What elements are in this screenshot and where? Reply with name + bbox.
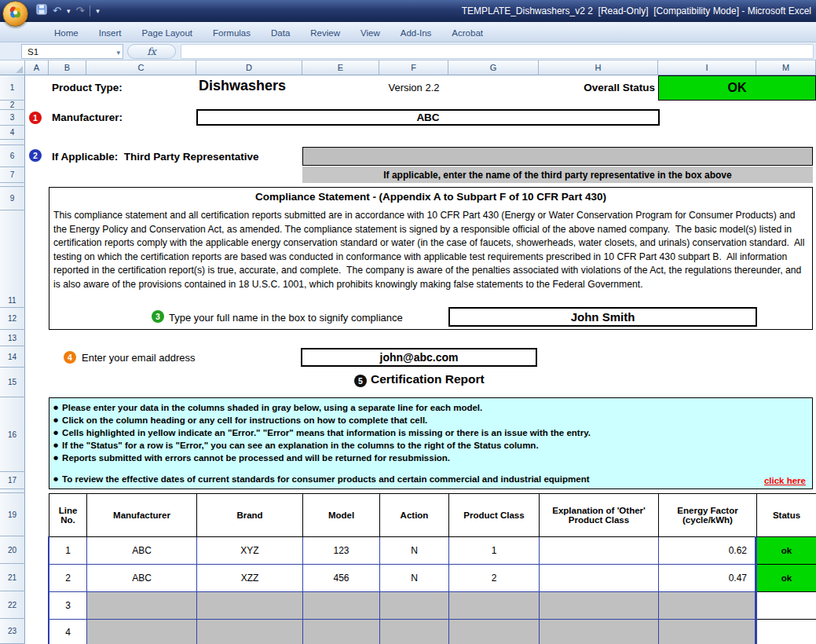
manufacturer-input[interactable]: ABC xyxy=(196,109,660,126)
model-cell[interactable] xyxy=(303,592,380,620)
ribbon-tab-insert[interactable]: Insert xyxy=(89,25,132,42)
column-header-H[interactable]: H xyxy=(539,60,658,75)
row-header-11[interactable]: 11 xyxy=(0,210,25,308)
row-header-hidden[interactable] xyxy=(0,140,25,145)
signature-input[interactable]: John Smith xyxy=(448,307,757,327)
status-cell[interactable] xyxy=(757,620,816,644)
column-header-F[interactable]: F xyxy=(379,60,448,75)
row-header-20[interactable]: 20 xyxy=(0,536,25,564)
table-header-energy-factor-cycle-kwh-[interactable]: Energy Factor (cycle/kWh) xyxy=(659,494,757,537)
row-header-12[interactable]: 12 xyxy=(0,308,25,330)
third-party-input[interactable] xyxy=(302,147,813,166)
row-header-2[interactable]: 2 xyxy=(0,101,25,110)
product-class-cell[interactable] xyxy=(449,620,540,644)
action-cell[interactable]: N xyxy=(380,565,449,592)
table-header-manufacturer[interactable]: Manufacturer xyxy=(87,494,197,537)
table-header-line-no-[interactable]: Line No. xyxy=(49,494,87,537)
column-header-C[interactable]: C xyxy=(86,60,196,75)
row-header-15[interactable]: 15 xyxy=(0,368,25,397)
manufacturer-cell[interactable]: ABC xyxy=(87,565,197,592)
explanation-cell[interactable] xyxy=(540,620,659,644)
ribbon-tab-add-ins[interactable]: Add-Ins xyxy=(390,25,442,42)
row-header-16[interactable]: 16 xyxy=(0,397,25,472)
row-header-23[interactable]: 23 xyxy=(0,619,25,644)
product-class-cell[interactable] xyxy=(449,592,540,620)
brand-cell[interactable] xyxy=(197,592,303,620)
action-cell[interactable] xyxy=(380,620,449,644)
explanation-cell[interactable] xyxy=(540,537,659,565)
save-icon[interactable] xyxy=(36,4,47,19)
ribbon-tab-review[interactable]: Review xyxy=(300,25,350,42)
column-header-D[interactable]: D xyxy=(196,60,302,75)
row-header-3[interactable]: 3 xyxy=(0,110,25,126)
row-header-13[interactable]: 13 xyxy=(0,330,25,346)
manufacturer-cell[interactable]: ABC xyxy=(87,537,197,565)
line-cell[interactable]: 3 xyxy=(49,592,87,620)
row-header-21[interactable]: 21 xyxy=(0,564,25,591)
email-input[interactable]: john@abc.com xyxy=(301,348,537,367)
overall-status-cell[interactable]: OK xyxy=(658,75,816,101)
brand-cell[interactable] xyxy=(197,620,303,644)
row-header-7[interactable]: 7 xyxy=(0,167,25,183)
status-cell[interactable]: ok xyxy=(757,565,816,592)
energy-factor-cell[interactable]: 0.62 xyxy=(659,537,757,565)
table-header-action[interactable]: Action xyxy=(380,494,449,537)
ribbon-tab-formulas[interactable]: Formulas xyxy=(203,25,261,42)
line-cell[interactable]: 4 xyxy=(49,620,87,644)
model-cell[interactable] xyxy=(303,620,380,644)
energy-factor-cell[interactable] xyxy=(659,592,757,620)
row-header-1[interactable]: 1 xyxy=(0,75,25,101)
row-header-19[interactable]: 19 xyxy=(0,493,25,536)
manufacturer-cell[interactable] xyxy=(87,592,197,620)
redo-icon[interactable]: ↷ xyxy=(75,4,84,18)
explanation-cell[interactable] xyxy=(540,565,659,592)
table-header-brand[interactable]: Brand xyxy=(197,494,303,537)
line-cell[interactable]: 1 xyxy=(49,537,87,565)
column-header-E[interactable]: E xyxy=(302,60,379,75)
row-header-6[interactable]: 6 xyxy=(0,145,25,167)
column-header-M[interactable]: M xyxy=(756,60,816,75)
row-header-4[interactable]: 4 xyxy=(0,126,25,140)
table-header-product-class[interactable]: Product Class xyxy=(449,494,540,537)
brand-cell[interactable]: XZZ xyxy=(197,565,303,592)
ribbon-tab-page-layout[interactable]: Page Layout xyxy=(131,25,203,42)
name-box[interactable]: S1 ▾ xyxy=(21,44,123,59)
model-cell[interactable]: 123 xyxy=(303,537,380,565)
column-header-I[interactable]: I xyxy=(658,60,756,75)
ribbon-tab-acrobat[interactable]: Acrobat xyxy=(441,25,493,42)
worksheet[interactable]: Product Type: Dishwashers Version 2.2 Ov… xyxy=(25,75,816,644)
qat-customize-icon[interactable]: ▾ xyxy=(96,4,100,18)
click-here-link[interactable]: click here xyxy=(764,476,806,485)
undo-dropdown-icon[interactable]: ▾ xyxy=(67,4,71,18)
model-cell[interactable]: 456 xyxy=(303,565,380,592)
table-header-explanation-of-other-product-class[interactable]: Explanation of 'Other' Product Class xyxy=(540,494,659,537)
action-cell[interactable]: N xyxy=(380,537,449,565)
energy-factor-cell[interactable] xyxy=(659,620,757,644)
column-header-A[interactable]: A xyxy=(25,60,49,75)
ribbon-tab-home[interactable]: Home xyxy=(44,25,89,42)
table-header-status[interactable]: Status xyxy=(757,494,816,537)
manufacturer-cell[interactable] xyxy=(87,620,197,644)
explanation-cell[interactable] xyxy=(540,592,659,620)
line-cell[interactable]: 2 xyxy=(49,565,87,592)
insert-function-button[interactable]: fx xyxy=(127,44,176,59)
brand-cell[interactable]: XYZ xyxy=(197,537,303,565)
office-button[interactable] xyxy=(2,1,28,27)
energy-factor-cell[interactable]: 0.47 xyxy=(659,565,757,592)
row-header-14[interactable]: 14 xyxy=(0,346,25,368)
product-class-cell[interactable]: 2 xyxy=(449,565,540,592)
ribbon-tab-view[interactable]: View xyxy=(350,25,390,42)
status-cell[interactable]: ok xyxy=(757,537,816,565)
name-box-dropdown-icon[interactable]: ▾ xyxy=(116,49,120,57)
formula-input[interactable] xyxy=(181,44,814,59)
row-header-17[interactable]: 17 xyxy=(0,472,25,489)
product-class-cell[interactable]: 1 xyxy=(449,537,540,565)
column-header-B[interactable]: B xyxy=(49,60,86,75)
column-header-G[interactable]: G xyxy=(448,60,539,75)
status-cell[interactable] xyxy=(757,592,816,620)
action-cell[interactable] xyxy=(380,592,449,620)
row-header-9[interactable]: 9 xyxy=(0,187,25,210)
undo-icon[interactable]: ↶ xyxy=(53,4,61,18)
table-header-model[interactable]: Model xyxy=(303,494,380,537)
select-all-corner[interactable] xyxy=(0,60,25,75)
